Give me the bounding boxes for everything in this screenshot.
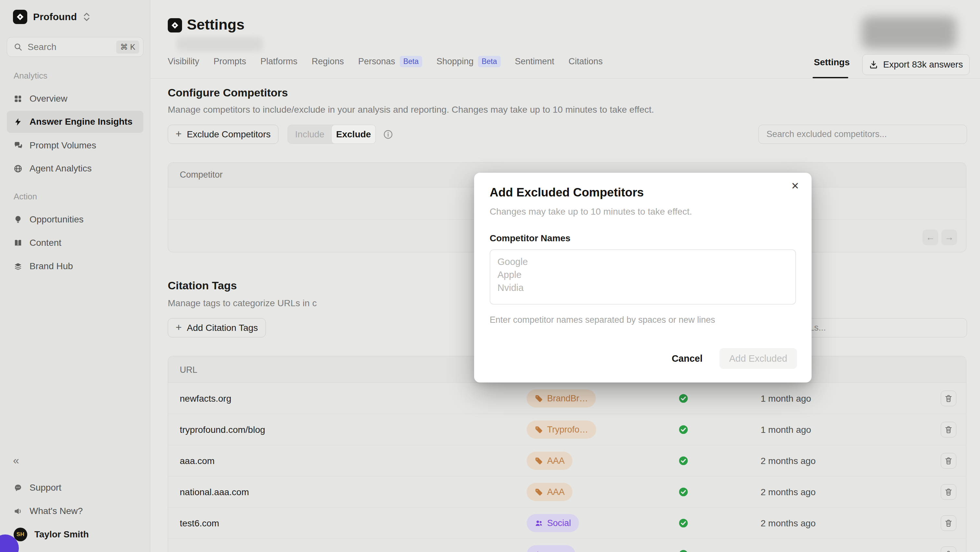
sidebar: Profound Search ⌘ K Analytics Overview A… [0,0,150,552]
delete-url-button[interactable] [941,547,956,552]
modal-footer: Cancel Add Excluded [672,348,797,369]
add-citation-tags-button[interactable]: + Add Citation Tags [168,318,266,337]
delete-url-button[interactable] [941,484,956,500]
export-answers-button[interactable]: Export 83k answers [862,54,970,75]
user-menu[interactable]: SH Taylor Smith [7,523,143,546]
plus-icon: + [175,322,182,332]
search-shortcut-badge: ⌘ K [116,41,139,54]
tag-pill[interactable] [527,545,575,552]
search-placeholder: Search [28,42,111,52]
page-title: Settings [187,16,245,33]
tab-platforms[interactable]: Platforms [261,56,298,67]
sidebar-collapse-button[interactable]: « [13,455,19,466]
tag-pill[interactable]: Tryprofo… [527,421,596,439]
toggle-include[interactable]: Include [288,125,332,144]
url-cell: aaa.com [180,456,215,466]
info-icon[interactable] [383,129,393,140]
tag-pill[interactable]: Social [527,514,579,532]
trash-icon [944,425,953,434]
subpaths-check-icon [678,393,689,404]
table-row: national.aaa.comAAA2 months ago [168,476,966,507]
tab-visibility[interactable]: Visibility [168,56,199,67]
lightbulb-icon [14,215,22,224]
active-tab-underline [813,77,848,78]
megaphone-icon [14,507,22,515]
trash-icon [944,519,953,527]
sidebar-item-prompt-volumes[interactable]: Prompt Volumes [7,134,143,156]
sidebar-item-opportunities[interactable]: Opportunities [7,209,143,231]
url-cell: tryprofound.com/blog [180,425,265,435]
sidebar-search-input[interactable]: Search ⌘ K [7,37,143,57]
tab-shopping[interactable]: ShoppingBeta [436,56,500,67]
tab-prompts[interactable]: Prompts [213,56,246,67]
sidebar-item-content[interactable]: Content [7,232,143,254]
delete-url-button[interactable] [941,515,956,531]
tag-icon [535,425,543,434]
user-name: Taylor Smith [34,529,89,540]
exclude-competitors-button[interactable]: + Exclude Competitors [168,125,278,144]
citation-tags-heading: Citation Tags [168,279,237,292]
created-cell: 1 month ago [760,425,811,435]
sidebar-item-agent-analytics[interactable]: Agent Analytics [7,158,143,180]
cancel-button[interactable]: Cancel [672,353,703,364]
pagination-next-button[interactable]: → [941,230,957,245]
tab-sentiment[interactable]: Sentiment [515,56,555,67]
sidebar-item-answer-engine-insights[interactable]: Answer Engine Insights [7,111,143,133]
chat-bubbles-icon [14,141,22,150]
citation-tags-description-left: Manage tags to categorize URLs in c [168,298,317,308]
competitor-names-label: Competitor Names [490,233,571,244]
tag-pill[interactable]: AAA [527,451,573,470]
subpaths-check-icon [678,518,689,528]
urls-table: URL Subpaths Created newfacts.orgBrandBr… [168,356,966,552]
sidebar-item-brand-hub[interactable]: Brand Hub [7,255,143,277]
delete-url-button[interactable] [941,453,956,469]
configure-competitors-heading: Configure Competitors [168,86,288,99]
lightning-icon [14,118,22,126]
tag-label: AAA [547,456,565,466]
plus-icon: + [175,129,182,139]
trash-icon [944,456,953,465]
tag-pill[interactable]: BrandBr… [527,389,596,407]
url-cell: national.aaa.com [180,487,249,498]
people-icon [535,550,543,552]
created-cell: 2 months ago [760,518,816,529]
add-excluded-button[interactable]: Add Excluded [719,348,797,369]
tab-personas[interactable]: PersonasBeta [358,56,422,67]
pagination-prev-button[interactable]: ← [923,230,938,245]
settings-tabs: Visibility Prompts Platforms Regions Per… [168,56,603,67]
chevron-updown-icon [83,12,91,22]
created-cell: 2 months ago [760,456,816,466]
sidebar-item-label: Agent Analytics [30,163,92,174]
workspace-switcher[interactable]: Profound [13,9,91,25]
tab-settings-active[interactable]: Settings [814,57,850,67]
globe-icon [14,164,22,173]
tab-citations[interactable]: Citations [568,56,603,67]
beta-badge: Beta [478,56,500,67]
competitor-names-textarea[interactable] [490,249,796,305]
url-cell: newfacts.org [180,394,231,404]
delete-url-button[interactable] [941,391,956,406]
trash-icon [944,550,953,552]
close-icon[interactable]: ✕ [791,181,799,191]
toggle-exclude[interactable]: Exclude [331,125,376,144]
sidebar-item-whats-new[interactable]: What's New? [7,500,143,522]
section-label-analytics: Analytics [14,71,48,81]
search-excluded-competitors-input[interactable]: Search excluded competitors... [758,125,967,144]
modal-helper-text: Enter competitor names separated by spac… [490,315,715,325]
column-competitor: Competitor [180,170,223,180]
tag-icon [535,456,543,465]
include-exclude-toggle: Include Exclude [288,125,376,144]
tab-regions[interactable]: Regions [312,56,344,67]
book-icon [14,239,22,247]
sidebar-item-overview[interactable]: Overview [7,88,143,110]
delete-url-button[interactable] [941,422,956,437]
search-icon [14,43,22,51]
tag-pill[interactable]: AAA [527,483,573,501]
pagination: ← → [923,230,957,245]
url-cell: test6.com [180,518,219,529]
subpaths-check-icon [678,456,689,466]
sidebar-item-support[interactable]: Support [7,477,143,499]
download-icon [869,60,878,69]
tag-icon [535,394,543,403]
sidebar-item-label: Prompt Volumes [30,140,96,151]
